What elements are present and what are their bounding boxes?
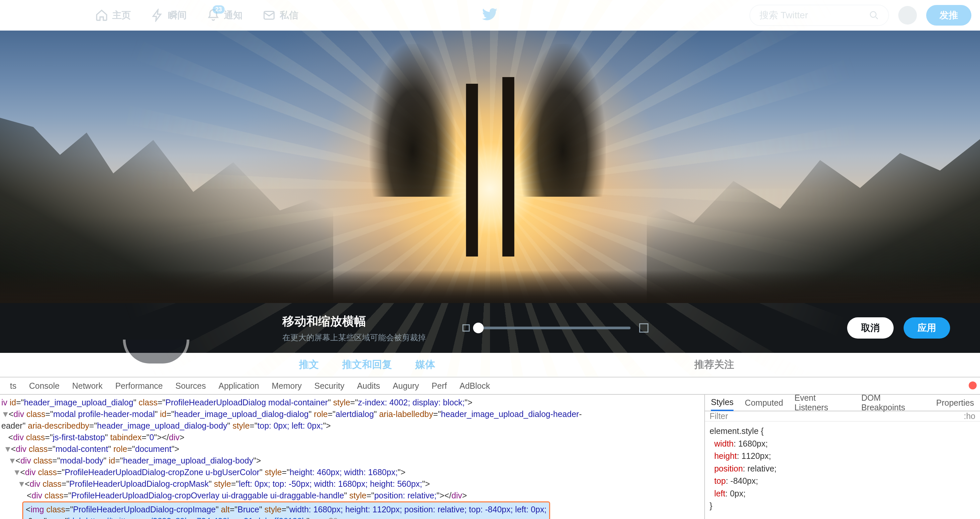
dt-tab-network[interactable]: Network	[72, 381, 103, 391]
dt-tab-sources[interactable]: Sources	[175, 381, 206, 391]
nav-messages-label: 私信	[280, 9, 298, 22]
code-line: <div class="js-first-tabstop" tabindex="…	[1, 431, 703, 443]
dt-tab-perf[interactable]: Perf	[431, 381, 447, 391]
nav-moments-label: 瞬间	[168, 9, 187, 22]
nav-notifications[interactable]: 23 通知	[207, 9, 242, 22]
zoom-slider[interactable]	[463, 323, 649, 333]
code-line: ▼<div class="ProfileHeaderUploadDialog-c…	[1, 466, 703, 478]
dt-tab-performance[interactable]: Performance	[115, 381, 163, 391]
notifications-badge: 23	[213, 5, 224, 14]
twitter-logo[interactable]	[482, 6, 498, 25]
search-placeholder: 搜索 Twitter	[759, 9, 808, 22]
avatar[interactable]	[898, 6, 917, 25]
dt-tab-security[interactable]: Security	[314, 381, 344, 391]
apply-button[interactable]: 应用	[904, 317, 950, 339]
lightning-icon	[151, 9, 164, 22]
code-line: ▼<div class="modal profile-header-modal"…	[1, 408, 703, 431]
twitter-bird-icon	[482, 6, 498, 22]
cancel-button[interactable]: 取消	[847, 317, 894, 339]
devtools-panel: ts Console Network Performance Sources A…	[0, 377, 980, 519]
side-tab-properties[interactable]: Properties	[936, 398, 974, 408]
side-tab-dom-breakpoints[interactable]: DOM Breakpoints	[861, 393, 925, 412]
styles-rules[interactable]: element.style { width: 1680px; height: 1…	[705, 422, 980, 519]
svg-point-1	[870, 12, 877, 18]
tab-tweets[interactable]: 推文	[299, 358, 319, 371]
recommended-follow-label: 推荐关注	[694, 358, 734, 371]
dt-tab-partial[interactable]: ts	[10, 381, 16, 391]
nav-home-label: 主页	[112, 9, 131, 22]
dt-tab-memory[interactable]: Memory	[272, 381, 302, 391]
zoom-out-icon	[463, 324, 470, 331]
styles-panel: Styles Computed Event Listeners DOM Brea…	[704, 395, 980, 519]
home-icon	[95, 9, 108, 22]
nav-home[interactable]: 主页	[95, 9, 131, 22]
banner-crop-area[interactable]	[0, 30, 980, 303]
top-nav: 主页 瞬间 23 通知 私信 搜索 Twitter 发推	[0, 0, 980, 30]
styles-filter-input[interactable]: Filter	[710, 411, 728, 421]
hov-toggle[interactable]: :ho	[964, 411, 975, 421]
code-line: iv id="header_image_upload_dialog" class…	[1, 397, 703, 408]
nav-notifications-label: 通知	[224, 9, 242, 22]
side-tab-styles[interactable]: Styles	[711, 395, 733, 411]
tweet-button[interactable]: 发推	[926, 5, 971, 25]
slider-track[interactable]	[478, 326, 630, 329]
devtools-tabs: ts Console Network Performance Sources A…	[0, 377, 980, 395]
dt-tab-application[interactable]: Application	[219, 381, 259, 391]
profile-tabs-faded: 推文 推文和回复 媒体 推荐关注	[0, 353, 980, 376]
side-tab-computed[interactable]: Computed	[745, 398, 783, 408]
tab-replies[interactable]: 推文和回复	[342, 358, 392, 371]
search-input[interactable]: 搜索 Twitter	[749, 5, 889, 26]
profile-avatar-partial	[123, 339, 189, 366]
elements-tree[interactable]: iv id="header_image_upload_dialog" class…	[0, 395, 704, 519]
dt-tab-audits[interactable]: Audits	[357, 381, 380, 391]
control-subtitle: 在更大的屏幕上某些区域可能会被剪裁掉	[282, 332, 426, 343]
search-icon	[869, 10, 879, 20]
code-line: ▼<div class="modal-body" id="header_imag…	[1, 455, 703, 466]
envelope-icon	[262, 9, 276, 22]
rule-element-style: element.style {	[710, 425, 975, 438]
code-line-selected: <img class="ProfileHeaderUploadDialog-cr…	[1, 501, 703, 519]
dt-tab-adblock[interactable]: AdBlock	[460, 381, 490, 391]
code-line: <div class="ProfileHeaderUploadDialog-cr…	[1, 490, 703, 501]
tab-media[interactable]: 媒体	[415, 358, 435, 371]
zoom-in-icon	[639, 323, 649, 333]
code-line: ▼<div class="modal-content" role="docume…	[1, 443, 703, 455]
nav-moments[interactable]: 瞬间	[151, 9, 187, 22]
dt-tab-console[interactable]: Console	[29, 381, 59, 391]
dt-tab-augury[interactable]: Augury	[393, 381, 419, 391]
side-tab-listeners[interactable]: Event Listeners	[794, 393, 850, 412]
nav-messages[interactable]: 私信	[262, 9, 298, 22]
control-title: 移动和缩放横幅	[282, 313, 426, 330]
devtools-close-icon[interactable]	[969, 381, 977, 389]
slider-knob[interactable]	[473, 323, 484, 333]
banner-image	[0, 30, 980, 303]
code-line: ▼<div class="ProfileHeaderUploadDialog-c…	[1, 478, 703, 490]
